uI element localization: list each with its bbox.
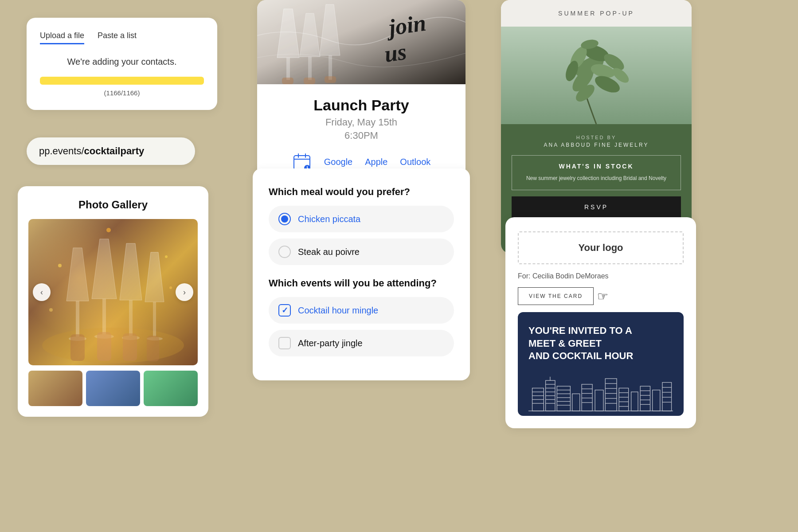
gallery-next-button[interactable]: › [176,283,193,301]
gallery-title: Photo Gallery [28,199,198,211]
svg-rect-90 [631,392,638,411]
svg-rect-85 [619,388,628,411]
invite-time: 6:30PM [271,130,451,141]
svg-rect-31 [325,76,336,83]
svg-text:us: us [383,39,408,67]
popup-image [501,27,692,124]
logo-placeholder-box: Your logo [518,231,684,264]
apple-calendar-link[interactable]: Apple [365,157,387,167]
chicken-label: Chicken piccata [298,214,360,224]
radio-steak [278,246,291,258]
for-label: For: Cecilia Bodin DeMoraes [518,272,609,280]
svg-rect-72 [572,394,580,411]
url-display[interactable]: pp.events/cocktailparty [39,145,144,156]
gallery-thumb-2[interactable] [86,371,140,406]
radio-chicken [278,213,291,225]
cocktail-option[interactable]: ✓ Cocktail hour mingle [269,297,454,324]
plant-svg [501,27,692,124]
svg-rect-30 [304,78,315,84]
launch-party-card: join us Launch Party Friday, May 15th 6:… [257,0,466,186]
radio-inner [281,215,288,223]
logo-invitation-card: Your logo For: Cecilia Bodin DeMoraes VI… [505,217,696,428]
gallery-prev-button[interactable]: ‹ [33,283,51,301]
upload-body-text: We're adding your contacts. [40,57,204,67]
for-text: For: Cecilia Bodin DeMoraes [518,272,684,280]
stock-title: WHAT'S IN STOCK [520,163,673,170]
svg-rect-73 [582,384,592,411]
afterparty-option[interactable]: After-party jingle [269,330,454,356]
dark-card-inner: YOU'RE INVITED TO AMEET & GREETAND COCKT… [528,325,673,363]
invite-title: Launch Party [271,97,451,114]
whats-in-stock-box: WHAT'S IN STOCK New summer jewelry colle… [512,155,681,190]
view-card-button[interactable]: VIEW THE CARD [518,287,594,305]
svg-rect-28 [329,55,332,80]
stock-text: New summer jewelry collection including … [520,174,673,183]
meal-preference-card: Which meal would you prefer? Chicken pic… [253,168,470,380]
outlook-calendar-link[interactable]: Outlook [400,157,430,167]
invite-hero-svg: join us [257,0,466,84]
tab-bar: Upload a file Paste a list [40,31,204,44]
events-section: Which events will you be attending? ✓ Co… [269,278,454,356]
svg-rect-24 [286,58,290,80]
checkbox-afterparty [278,337,291,349]
svg-rect-97 [662,382,672,411]
gallery-thumb-3[interactable] [144,371,198,406]
svg-rect-96 [653,390,660,411]
tab-upload-file[interactable]: Upload a file [40,31,84,44]
view-card-row: VIEW THE CARD ☞ [518,287,684,305]
gallery-main-image: ‹ › [28,219,198,365]
bokeh-overlay [28,219,198,365]
gallery-thumb-1[interactable] [28,371,82,406]
svg-rect-29 [282,78,293,84]
meet-greet-title: YOU'RE INVITED TO AMEET & GREETAND COCKT… [528,325,673,363]
gallery-thumbnails [28,371,198,406]
svg-rect-91 [640,386,650,411]
invite-image: join us [257,0,466,84]
steak-option[interactable]: Steak au poivre [269,239,454,265]
cursor-icon: ☞ [597,289,608,304]
photo-gallery-card: Photo Gallery [18,186,208,417]
chicken-piccata-option[interactable]: Chicken piccata [269,206,454,232]
upload-contacts-card: Upload a file Paste a list We're adding … [27,18,217,110]
meet-greet-card: YOU'RE INVITED TO AMEET & GREETAND COCKT… [518,312,684,416]
check-icon: ✓ [282,305,288,315]
cocktail-label: Cocktail hour mingle [298,305,378,316]
svg-rect-78 [595,390,603,411]
city-skyline-svg [528,370,673,414]
event-url-card: pp.events/cocktailparty [27,137,195,165]
gallery-image [28,219,198,365]
google-calendar-link[interactable]: Google [324,157,353,167]
invite-date: Friday, May 15th [271,117,451,128]
url-base: pp.events/ [39,145,84,156]
afterparty-label: After-party jingle [298,338,363,348]
progress-bar [40,77,204,85]
popup-header-text: SUMMER POP-UP [512,10,681,17]
svg-rect-26 [308,57,312,80]
meal-question: Which meal would you prefer? [269,186,454,198]
progress-count: (1166/1166) [40,89,204,97]
events-question: Which events will you be attending? [269,278,454,289]
logo-placeholder-text: Your logo [578,242,623,253]
popup-header: SUMMER POP-UP [501,0,692,27]
steak-label: Steak au poivre [298,247,360,257]
tab-paste-list[interactable]: Paste a list [98,31,137,44]
rsvp-button[interactable]: RSVP [512,196,681,218]
url-slug: cocktailparty [84,145,145,156]
hosted-by-name: ANA ABBOUD FINE JEWELRY [512,142,681,148]
checkbox-cocktail: ✓ [278,304,291,317]
hosted-by-label: HOSTED BY [512,135,681,140]
dark-card-text: YOU'RE INVITED TO AMEET & GREETAND COCKT… [528,325,673,363]
summer-popup-card: SUMMER POP-UP [501,0,692,253]
